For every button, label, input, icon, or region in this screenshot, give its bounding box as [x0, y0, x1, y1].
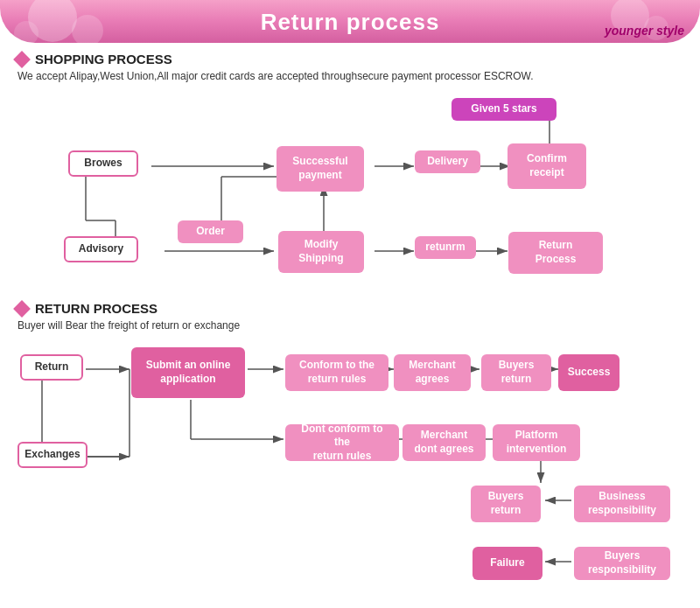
box-returnm: retunrm — [415, 236, 476, 259]
box-delivery: Delivery — [415, 150, 480, 173]
content-area: SHOPPING PROCESS We accept Alipay,West U… — [0, 43, 700, 608]
box-return-process: Return Process — [508, 232, 603, 274]
box-given-5-stars: Given 5 stars — [452, 98, 556, 121]
box-conform-return: Conform to the return rules — [285, 354, 388, 391]
box-success: Success — [558, 354, 620, 391]
box-business-responsibility: Business responsibility — [574, 486, 670, 522]
box-merchant-agrees: Merchant agrees — [394, 354, 471, 391]
box-modify-shipping: Modify Shipping — [278, 231, 364, 273]
shopping-section-title: SHOPPING PROCESS — [16, 52, 684, 66]
box-dont-conform: Dont conform to the return rules — [285, 424, 399, 461]
box-advisory: Advisory — [64, 236, 138, 262]
return-flow-area: Return Exchanges Submit an online applic… — [16, 339, 684, 608]
shopping-desc: We accept Alipay,West Union,All major cr… — [18, 70, 684, 82]
box-platform-intervention: Platform intervention — [493, 424, 580, 461]
return-title-text: RETURN PROCESS — [35, 301, 158, 316]
page-wrapper: Return process younger style SHOPPING PR… — [0, 0, 700, 608]
box-merchant-dont: Merchant dont agrees — [402, 424, 486, 461]
shopping-title-text: SHOPPING PROCESS — [35, 52, 172, 66]
box-order: Order — [178, 220, 243, 243]
box-buyers-return-bottom: Buyers return — [471, 486, 541, 522]
page-title: Return process — [0, 9, 700, 36]
return-desc: Buyer will Bear the freight of return or… — [18, 319, 684, 332]
brand-text: younger style — [605, 24, 684, 38]
box-exchanges: Exchanges — [18, 442, 88, 468]
box-buyers-responsibility: Buyers responsibility — [574, 547, 670, 580]
page-header: Return process younger style — [0, 0, 700, 43]
diamond-icon-2 — [13, 300, 31, 318]
box-submit-online: Submit an online application — [131, 347, 245, 398]
shopping-flow-area: Browes Order Advisory Successful payment… — [16, 89, 684, 299]
box-buyers-return-top: Buyers return — [481, 354, 551, 391]
box-successful-payment: Successful payment — [276, 146, 364, 192]
box-failure: Failure — [472, 547, 542, 580]
diamond-icon — [13, 51, 31, 68]
box-browes: Browes — [68, 150, 138, 177]
box-confirm-receipt: Confirm receipt — [508, 143, 586, 189]
box-return: Return — [20, 354, 83, 381]
return-section-title: RETURN PROCESS — [16, 301, 684, 316]
